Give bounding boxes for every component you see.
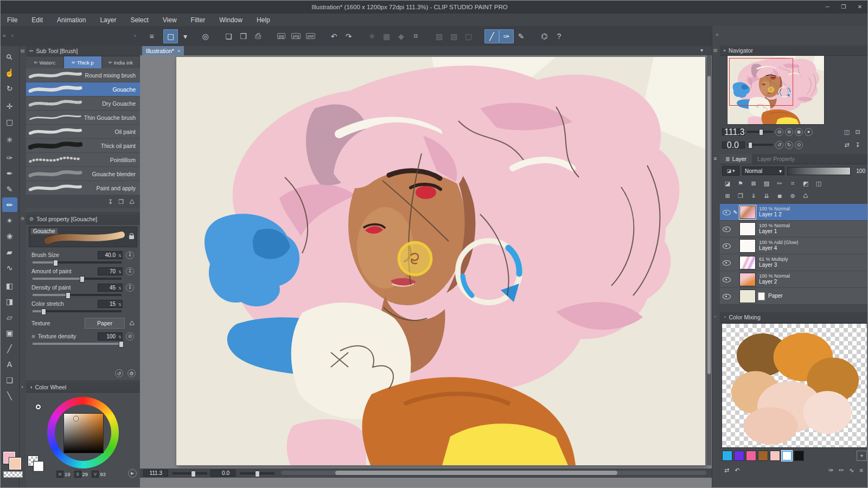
- hue-marker[interactable]: [36, 404, 41, 409]
- slider-thumb[interactable]: [66, 292, 71, 299]
- slider-thumb[interactable]: [748, 142, 752, 149]
- mixing-color-swatch[interactable]: [770, 451, 780, 461]
- color-mixing-footer-icon[interactable]: ⇄: [724, 467, 729, 474]
- layer-visibility-eye-icon[interactable]: [722, 208, 731, 216]
- layer-row[interactable]: 100 % Normal Layer 2: [720, 271, 867, 288]
- lock-icon[interactable]: [129, 235, 134, 239]
- layer-row[interactable]: 100 % Add (Glow) Layer 4: [720, 237, 867, 254]
- toolbar-button[interactable]: ↶: [327, 29, 341, 43]
- saturation-value-square[interactable]: [63, 413, 104, 453]
- expand-icon[interactable]: ⊞: [31, 334, 35, 339]
- layer-toolbar-icon[interactable]: ▨: [761, 178, 773, 189]
- panel-next-icon[interactable]: ›: [134, 33, 136, 38]
- subtool-panel-header[interactable]: ✏ Sub Tool [Brush]: [26, 46, 140, 56]
- tool-button[interactable]: ▢: [2, 114, 17, 129]
- toolproperty-dock-icon[interactable]: ⚙: [21, 216, 24, 221]
- vertical-scrollbar-thumb[interactable]: [707, 76, 711, 374]
- brush-list-item[interactable]: Dry Gouache: [26, 97, 140, 111]
- mixing-color-swatch[interactable]: [746, 451, 756, 461]
- layer-toolbar-icon[interactable]: ⌗: [787, 178, 799, 189]
- tool-button[interactable]: ✛: [2, 99, 17, 113]
- tool-property-header[interactable]: ⚙ Tool property [Gouache]: [26, 214, 140, 224]
- subtool-tab[interactable]: ✏ Waterc: [26, 56, 64, 68]
- toolbar-button[interactable]: ▢: [163, 29, 178, 43]
- toolbar-button[interactable]: ⌗: [409, 29, 423, 43]
- tool-button[interactable]: ╲: [2, 388, 17, 403]
- color-mixing-footer-icon[interactable]: ≡: [860, 467, 863, 474]
- navigator-rotate-button[interactable]: ↻: [785, 141, 793, 149]
- tool-button[interactable]: ✳: [2, 132, 17, 147]
- menu-item[interactable]: Layer: [93, 14, 123, 26]
- layer-toolbar-icon[interactable]: ◪: [722, 178, 733, 189]
- subtool-footer-icon[interactable]: ❐: [118, 198, 124, 206]
- menu-item[interactable]: Animation: [50, 14, 93, 26]
- tool-button[interactable]: ⚲: [2, 49, 17, 64]
- menu-item[interactable]: Window: [212, 14, 250, 26]
- texture-density-input[interactable]: 100 ⇅: [98, 332, 123, 341]
- color-mixing-dock-icon[interactable]: ◔: [713, 314, 716, 319]
- toolbar-button[interactable]: ≡: [144, 29, 159, 43]
- color-mixing-footer-icon[interactable]: ✏: [839, 467, 844, 474]
- tool-button[interactable]: ✏: [2, 197, 17, 212]
- layer-thumbnail[interactable]: [739, 222, 756, 236]
- color-mixing-header[interactable]: ◔ Color Mixing: [720, 312, 868, 323]
- tool-button[interactable]: ◨: [2, 294, 17, 309]
- toolbar-button[interactable]: ▾: [178, 29, 193, 43]
- toolbar-button[interactable]: ✑: [499, 29, 514, 43]
- toolbar-button[interactable]: ◆: [394, 29, 409, 43]
- brush-list-item[interactable]: Thick oil paint: [26, 139, 140, 153]
- toolbar-button[interactable]: ▧: [446, 29, 461, 43]
- brush-list-item[interactable]: Paint and apply: [26, 181, 140, 195]
- layer-toolbar-icon[interactable]: ⊞: [722, 191, 733, 201]
- horizontal-scrollbar-thumb[interactable]: [335, 471, 617, 475]
- brush-list-item[interactable]: Thin Gouache brush: [26, 111, 140, 125]
- menu-item[interactable]: View: [156, 14, 184, 26]
- navigator-zoom-button[interactable]: ◉: [795, 128, 803, 136]
- navigator-flip-button[interactable]: ⇄: [843, 140, 851, 150]
- window-control-button[interactable]: ❐: [835, 0, 852, 14]
- right-dock-collapse-icon[interactable]: «: [716, 31, 719, 37]
- parameter-slider[interactable]: [33, 294, 122, 296]
- toolbar-button[interactable]: ⌬: [537, 29, 552, 43]
- canvas-rotation-slider[interactable]: [240, 472, 275, 474]
- parameter-value-input[interactable]: 15 ⇅: [98, 300, 123, 308]
- toolbar-button[interactable]: ▢: [461, 29, 476, 43]
- slider-thumb[interactable]: [255, 471, 260, 477]
- layer-visibility-eye-icon[interactable]: [722, 275, 731, 283]
- subtool-footer-icon[interactable]: ↧: [108, 198, 113, 206]
- panel-prev-icon[interactable]: ‹: [11, 33, 13, 38]
- tool-button[interactable]: ❀: [2, 229, 17, 243]
- navigator-zoom-slider[interactable]: [747, 131, 773, 133]
- spinner-icon[interactable]: ⇅: [118, 285, 122, 292]
- slider-thumb[interactable]: [53, 260, 58, 266]
- layer-thumbnail[interactable]: [739, 206, 756, 219]
- layer-toolbar-icon[interactable]: ⚑: [735, 178, 746, 189]
- layer-toolbar-icon[interactable]: ◫: [813, 178, 825, 189]
- navigator-rotation-input[interactable]: 0.0: [722, 142, 745, 149]
- document-tab-close-icon[interactable]: ×: [177, 48, 180, 54]
- layer-opacity-slider[interactable]: [787, 167, 851, 175]
- document-tab[interactable]: Illustration* ×: [142, 46, 184, 55]
- texture-density-slider[interactable]: [33, 343, 122, 345]
- toolbar-button[interactable]: ⎙: [251, 29, 265, 43]
- tool-property-footer-icon[interactable]: ⚙: [127, 369, 136, 377]
- mixing-color-swatch[interactable]: [782, 451, 792, 461]
- parameter-slider[interactable]: [33, 310, 122, 312]
- mixing-color-swatch[interactable]: [722, 451, 732, 461]
- layer-toolbar-icon[interactable]: ◩: [800, 178, 812, 189]
- layer-visibility-eye-icon[interactable]: [722, 242, 731, 249]
- tool-button[interactable]: ☝: [2, 65, 17, 80]
- parameter-value-input[interactable]: 70 ⇅: [98, 267, 123, 275]
- menu-item[interactable]: Filter: [184, 14, 213, 26]
- navigator-fit-button[interactable]: ⊡: [853, 127, 862, 137]
- subtool-tab[interactable]: ✏ India ink: [102, 56, 140, 68]
- toolbar-button[interactable]: ✎: [514, 29, 528, 43]
- tab-overflow-chevron-icon[interactable]: ▾: [700, 47, 703, 53]
- colorwheel-dock-icon[interactable]: ◑: [21, 384, 23, 389]
- mixing-color-swatch[interactable]: [758, 451, 768, 461]
- color-wheel-header[interactable]: ◑ Color Wheel: [26, 382, 140, 393]
- parameter-effect-button[interactable]: ↧: [126, 267, 134, 275]
- slider-thumb[interactable]: [759, 129, 763, 136]
- slider-thumb[interactable]: [119, 341, 124, 348]
- layer-thumbnail[interactable]: [739, 290, 756, 303]
